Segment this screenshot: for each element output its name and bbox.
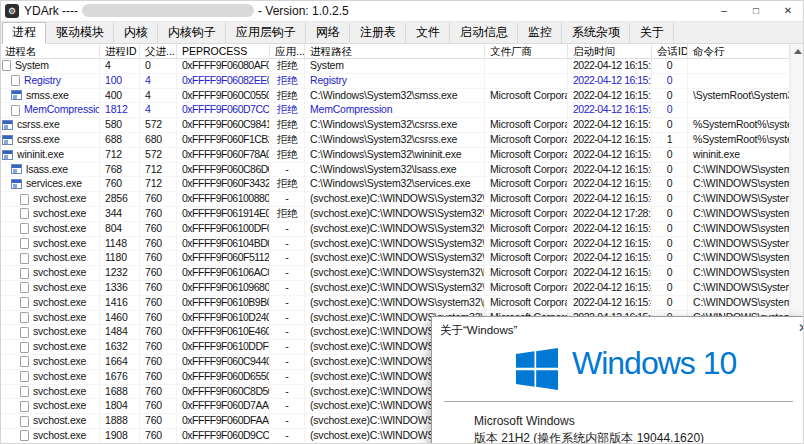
close-button[interactable]: ✕ — [772, 0, 804, 21]
window-title-right: - Version: 1.0.2.5 — [258, 4, 349, 18]
cell-ep: 0xFFFF9F060D9CC080 — [177, 429, 270, 443]
process-name-cell: smss.exe — [0, 89, 100, 103]
column-header-sess[interactable]: 会话ID — [652, 44, 688, 58]
process-row-688[interactable]: csrss.exe6886800xFFFF9F060F1CB240拒绝C:\Wi… — [0, 133, 790, 148]
cell-path: (svchost.exe)C:\WINDOWS\System32\ncbser.… — [305, 237, 485, 251]
tab-6[interactable]: 注册表 — [350, 22, 406, 43]
tab-4[interactable]: 应用层钩子 — [226, 22, 306, 43]
column-header-vendor[interactable]: 文件厂商 — [485, 44, 568, 58]
tab-8[interactable]: 启动信息 — [450, 22, 518, 43]
column-header-ep[interactable]: PEPROCESS — [177, 44, 270, 58]
process-row-2856[interactable]: svchost.exe28567600xFFFF9F0610088080-(sv… — [0, 192, 790, 207]
cell-vendor — [485, 103, 568, 117]
cell-ep: 0xFFFF9F06082EE080 — [177, 74, 270, 88]
tab-10[interactable]: 系统杂项 — [562, 22, 630, 43]
column-header-path[interactable]: 进程路径 — [305, 44, 485, 58]
page-icon — [11, 75, 20, 86]
cell-acc: - — [270, 281, 305, 295]
cell-cmd — [688, 74, 790, 88]
process-name: svchost.exe — [33, 296, 86, 310]
process-name-cell: svchost.exe — [0, 311, 100, 325]
process-row-400[interactable]: smss.exe40040xFFFF9F060C055040拒绝C:\Windo… — [0, 89, 790, 104]
cell-ep: 0xFFFF9F060F511240 — [177, 251, 270, 265]
process-name: svchost.exe — [33, 251, 86, 265]
cell-cmd: C:\WINDOWS\System32\svchost.exe — [688, 281, 790, 295]
cell-cmd: %SystemRoot%\system32\csrss.exe — [688, 133, 790, 147]
process-row-768[interactable]: lsass.exe7687120xFFFF9F060C86D080-C:\Win… — [0, 163, 790, 178]
cell-ep: 0xFFFF9F060D7CC040 — [177, 103, 270, 117]
cell-acc: - — [270, 237, 305, 251]
page-icon — [20, 268, 29, 279]
cell-ppid: 4 — [140, 89, 177, 103]
cell-start: 2022-04-12 16:15:18 — [568, 89, 652, 103]
cell-ppid: 760 — [140, 192, 177, 206]
tab-11[interactable]: 关于 — [630, 22, 674, 43]
cell-sess: 0 — [652, 177, 688, 191]
tab-9[interactable]: 监控 — [518, 22, 562, 43]
cell-ep: 0xFFFF9F060C8D5080 — [177, 385, 270, 399]
cell-acc: 拒绝 — [270, 74, 305, 88]
tab-0[interactable]: 进程 — [2, 22, 46, 44]
cell-cmd — [688, 59, 790, 73]
page-icon — [20, 312, 29, 323]
cell-ppid: 760 — [140, 311, 177, 325]
process-row-712[interactable]: wininit.exe7125720xFFFF9F060F78A0C0拒绝C:\… — [0, 148, 790, 163]
process-row-804[interactable]: svchost.exe8047600xFFFF9F06100DF0C0-(svc… — [0, 222, 790, 237]
process-row-1180[interactable]: svchost.exe11807600xFFFF9F060F511240-(sv… — [0, 251, 790, 266]
process-name: smss.exe — [26, 89, 69, 103]
process-row-4[interactable]: System400xFFFF9F06080AF040拒绝System2022-0… — [0, 59, 790, 74]
tab-7[interactable]: 文件 — [406, 22, 450, 43]
cell-sess: 0 — [652, 266, 688, 280]
cell-pid: 344 — [100, 207, 140, 221]
column-header-ppid[interactable]: 父进... — [140, 44, 177, 58]
column-header-cmd[interactable]: 命令行 — [688, 44, 790, 58]
cell-acc: 拒绝 — [270, 118, 305, 132]
page-icon — [20, 371, 29, 382]
minimize-button[interactable]: – — [708, 0, 740, 21]
scroll-up-button[interactable] — [791, 44, 804, 59]
process-row-1232[interactable]: svchost.exe12327600xFFFF9F06106AC0C0-(sv… — [0, 266, 790, 281]
column-header-name[interactable]: 进程名 — [0, 44, 100, 58]
maximize-button[interactable]: □ — [740, 0, 772, 21]
cell-path: C:\Windows\System32\services.exe — [305, 177, 485, 191]
tab-2[interactable]: 内核 — [114, 22, 158, 43]
process-row-1812[interactable]: MemCompression181240xFFFF9F060D7CC040拒绝M… — [0, 103, 790, 118]
app-icon — [2, 120, 13, 130]
tab-5[interactable]: 网络 — [306, 22, 350, 43]
process-row-760[interactable]: services.exe7607120xFFFF9F060F3432C0拒绝C:… — [0, 177, 790, 192]
dialog-close-icon[interactable]: ✕ — [798, 321, 803, 335]
cell-ep: 0xFFFF9F060C944080 — [177, 355, 270, 369]
cell-pid: 1232 — [100, 266, 140, 280]
page-icon — [20, 401, 29, 412]
cell-acc: - — [270, 251, 305, 265]
cell-ppid: 572 — [140, 118, 177, 132]
cell-acc: 拒绝 — [270, 207, 305, 221]
process-row-580[interactable]: csrss.exe5805720xFFFF9F060C984140拒绝C:\Wi… — [0, 118, 790, 133]
process-name: svchost.exe — [33, 414, 86, 428]
cell-vendor: Microsoft Corporat... — [485, 222, 568, 236]
process-row-344[interactable]: svchost.exe3447600xFFFF9F061914E080拒绝(sv… — [0, 207, 790, 222]
cell-cmd: \SystemRoot\System32\smss.exe — [688, 89, 790, 103]
tab-1[interactable]: 驱动模块 — [46, 22, 114, 43]
cell-sess: 0 — [652, 74, 688, 88]
column-header-start[interactable]: 启动时间 — [568, 44, 652, 58]
process-row-1416[interactable]: svchost.exe14167600xFFFF9F0610B9B0C0-(sv… — [0, 296, 790, 311]
cell-ppid: 760 — [140, 414, 177, 428]
tab-3[interactable]: 内核钩子 — [158, 22, 226, 43]
column-header-pid[interactable]: 进程ID — [100, 44, 140, 58]
process-row-1336[interactable]: svchost.exe13367600xFFFF9F06109680C0-(sv… — [0, 281, 790, 296]
page-icon — [20, 223, 29, 234]
app-icon — [2, 135, 13, 145]
process-name-cell: svchost.exe — [0, 296, 100, 310]
cell-pid: 1148 — [100, 237, 140, 251]
process-row-100[interactable]: Registry10040xFFFF9F06082EE080拒绝Registry… — [0, 74, 790, 89]
page-icon — [20, 253, 29, 264]
windows-brand-row: Windows10 — [432, 343, 803, 399]
page-icon — [11, 105, 20, 116]
cell-cmd: wininit.exe — [688, 148, 790, 162]
column-header-acc[interactable]: 应用... — [270, 44, 305, 58]
process-name-cell: svchost.exe — [0, 237, 100, 251]
process-row-1148[interactable]: svchost.exe11487600xFFFF9F06104BD0C0-(sv… — [0, 237, 790, 252]
process-name-cell: svchost.exe — [0, 385, 100, 399]
cell-ppid: 760 — [140, 207, 177, 221]
